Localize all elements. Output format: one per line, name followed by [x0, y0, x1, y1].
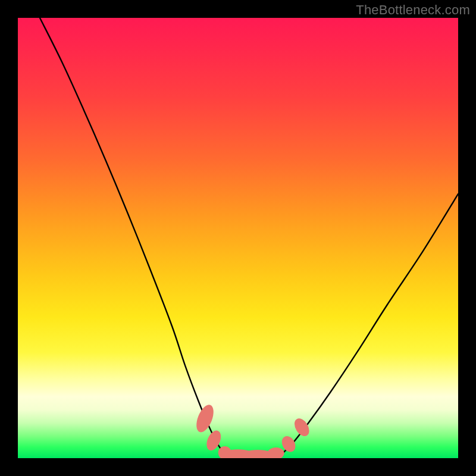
chart-lines — [40, 18, 458, 457]
marker-dot — [266, 446, 285, 458]
series-left-curve — [40, 18, 225, 454]
marker-dot — [193, 402, 217, 434]
chart-plot-area — [18, 18, 458, 458]
chart-frame: TheBottleneck.com — [0, 0, 476, 476]
series-right-curve — [282, 194, 458, 454]
watermark-text: TheBottleneck.com — [356, 2, 470, 18]
chart-svg — [18, 18, 458, 458]
marker-dot — [292, 416, 312, 439]
